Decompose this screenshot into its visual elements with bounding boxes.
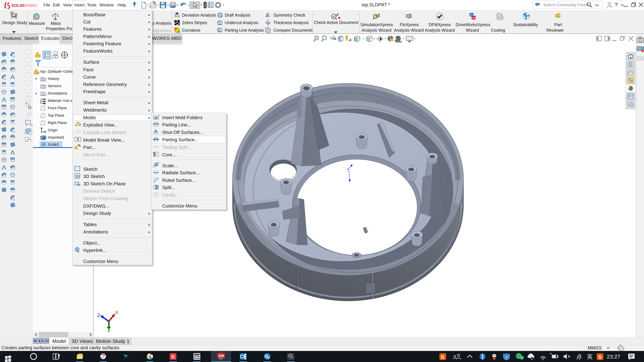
svg-text:有: 有 [171,354,175,359]
svg-text:S: S [598,354,602,360]
svg-text:?: ? [268,29,270,33]
svg-text:Works: Works [472,16,476,19]
svg-text:Z: Z [97,313,100,319]
svg-text:WORKS: WORKS [23,3,37,8]
svg-text:Drive: Drive [470,13,476,16]
svg-text:3D: 3D [76,175,79,178]
svg-text:S: S [441,354,444,360]
svg-text:23:27: 23:27 [607,354,620,360]
svg-text:SOLID: SOLID [12,3,24,8]
svg-text:X: X [115,311,118,316]
svg-text:2018: 2018 [218,358,222,360]
svg-text:A: A [349,38,352,42]
svg-text:3D: 3D [77,183,80,186]
svg-text:英: 英 [587,354,593,360]
svg-text:A: A [42,93,44,96]
svg-text:SW: SW [218,354,224,358]
